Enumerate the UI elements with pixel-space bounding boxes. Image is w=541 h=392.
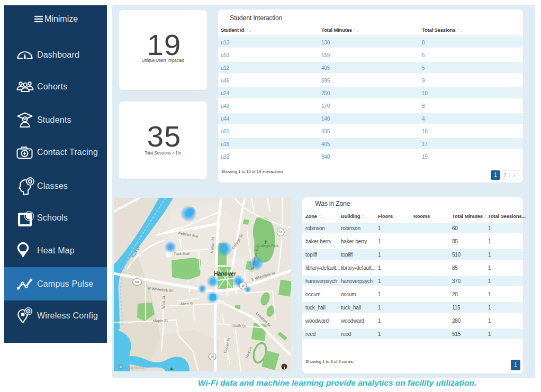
svg-text:West St: West St (161, 296, 166, 309)
svg-text:10: 10 (241, 285, 245, 287)
svg-text:mapbox: mapbox (125, 364, 145, 370)
svg-text:Allen St: Allen St (181, 302, 193, 306)
svg-text:College Park: College Park (257, 244, 279, 248)
svg-text:Hanover: Hanover (214, 270, 236, 277)
svg-text:Tuck Mall: Tuck Mall (174, 252, 190, 256)
svg-text:10: 10 (279, 231, 282, 234)
svg-text:10: 10 (211, 355, 214, 358)
svg-text:10A: 10A (135, 281, 140, 284)
